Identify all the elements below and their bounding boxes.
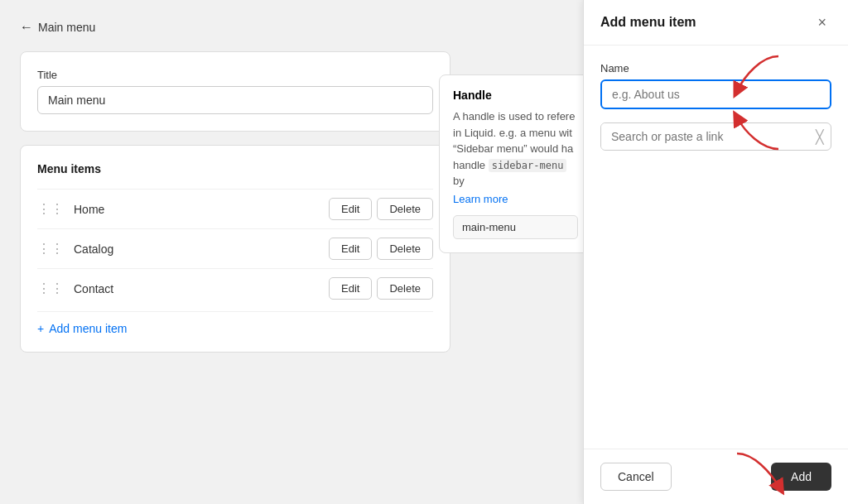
panel-header: Add menu item × [584, 0, 848, 46]
delete-button[interactable]: Delete [377, 277, 433, 300]
link-input[interactable] [601, 123, 809, 150]
handle-title: Handle [453, 89, 578, 102]
drag-handle-icon[interactable]: ⋮⋮ [37, 281, 64, 296]
link-field-group: ╳ [600, 122, 831, 151]
menu-item-name: Contact [74, 282, 329, 295]
title-card: Title [20, 51, 450, 132]
name-field-label: Name [600, 62, 831, 74]
handle-value: main-menu [453, 215, 578, 239]
item-actions: Edit Delete [329, 198, 433, 220]
panel-body: Name ╳ [584, 46, 848, 449]
close-button[interactable]: × [812, 13, 831, 31]
add-menu-item-button[interactable]: + Add menu item [37, 311, 433, 335]
menu-items-card: Menu items ⋮⋮ Home Edit Delete ⋮⋮ Catalo… [20, 145, 450, 353]
add-item-label: Add menu item [49, 322, 127, 335]
name-field-group: Name [600, 62, 831, 109]
add-menu-item-panel: Add menu item × Name ╳ Cancel Add [583, 0, 848, 504]
learn-more-link[interactable]: Learn more [453, 193, 578, 205]
back-arrow-icon: ← [20, 20, 33, 35]
table-row: ⋮⋮ Catalog Edit Delete [37, 228, 433, 268]
handle-code: sidebar-menu [489, 159, 567, 172]
panel-footer: Cancel Add [584, 449, 848, 504]
back-link-label: Main menu [38, 21, 95, 34]
handle-description: A handle is used to refere in Liquid. e.… [453, 108, 578, 190]
delete-button[interactable]: Delete [377, 238, 433, 260]
name-input[interactable] [600, 79, 831, 109]
item-actions: Edit Delete [329, 277, 433, 300]
handle-card: Handle A handle is used to refere in Liq… [439, 74, 592, 253]
plus-icon: + [37, 322, 44, 335]
drag-handle-icon[interactable]: ⋮⋮ [37, 241, 64, 257]
delete-button[interactable]: Delete [377, 198, 433, 220]
edit-button[interactable]: Edit [329, 238, 372, 260]
cancel-button[interactable]: Cancel [600, 463, 672, 491]
add-button[interactable]: Add [771, 463, 831, 491]
edit-button[interactable]: Edit [329, 198, 372, 220]
link-clear-button[interactable]: ╳ [809, 124, 831, 150]
menu-item-name: Catalog [74, 242, 329, 256]
drag-handle-icon[interactable]: ⋮⋮ [37, 201, 64, 217]
table-row: ⋮⋮ Contact Edit Delete [37, 268, 433, 308]
panel-title: Add menu item [600, 15, 696, 30]
edit-button[interactable]: Edit [329, 277, 372, 300]
table-row: ⋮⋮ Home Edit Delete [37, 189, 433, 228]
link-input-wrapper: ╳ [600, 122, 831, 151]
menu-items-title: Menu items [37, 162, 433, 175]
menu-item-name: Home [74, 203, 329, 216]
item-actions: Edit Delete [329, 238, 433, 260]
title-label: Title [37, 69, 433, 81]
title-input[interactable] [37, 86, 433, 114]
